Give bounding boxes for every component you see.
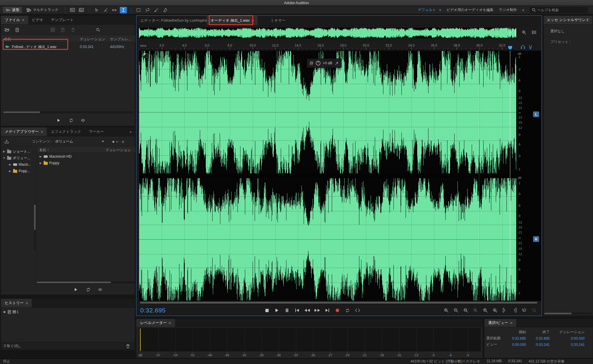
column-name[interactable]: 名前 ↑ xyxy=(39,148,49,153)
spot-healing-brush-tool-icon[interactable] xyxy=(162,7,169,13)
paintbrush-selection-tool-icon[interactable] xyxy=(153,7,160,13)
back-arrow-icon[interactable]: ◀ xyxy=(112,140,114,143)
tree-item-poppy[interactable]: ▶ Popp... xyxy=(1,168,36,174)
preview-loop-button[interactable] xyxy=(67,117,75,124)
workspace-radio[interactable]: ラジオ制作 xyxy=(499,7,517,12)
left-channel-badge[interactable]: L xyxy=(533,111,539,117)
razor-tool-icon[interactable] xyxy=(102,7,109,13)
tree-item-macintosh[interactable]: ▶ Macin... xyxy=(1,161,36,168)
preview-loop-button[interactable] xyxy=(85,286,92,293)
tab-mixer[interactable]: ミキサー xyxy=(267,16,289,25)
collapse-arrow-icon[interactable]: ▼ xyxy=(3,157,6,159)
list-item-macintosh-hd[interactable]: ▶ Macintosh HD xyxy=(37,153,135,160)
pin-icon[interactable] xyxy=(335,61,339,65)
zoom-history-button[interactable] xyxy=(532,308,537,313)
tab-level-meter[interactable]: レベルメーター ≡ xyxy=(136,319,175,327)
waveform-overview-canvas[interactable] xyxy=(139,28,516,38)
monitor-input-icon[interactable] xyxy=(527,43,534,50)
zoom-out-amplitude-button[interactable] xyxy=(492,308,498,313)
open-file-button[interactable] xyxy=(3,26,11,33)
panel-menu-icon[interactable]: ≡ xyxy=(510,321,513,325)
loop-playback-button[interactable] xyxy=(343,307,352,314)
expand-arrow-icon[interactable]: ▶ xyxy=(9,163,12,166)
import-file-button[interactable] xyxy=(13,26,21,33)
expand-arrow-icon[interactable]: ▶ xyxy=(39,162,42,165)
skip-to-end-button[interactable] xyxy=(323,307,332,314)
tree-item-shortcuts[interactable]: ▶ ショート... xyxy=(1,148,36,155)
contents-dropdown[interactable]: ボリューム xyxy=(55,139,73,144)
tab-templates[interactable]: テンプレート xyxy=(47,16,77,24)
add-button[interactable]: + xyxy=(122,139,124,144)
tab-editor-file1[interactable]: エディター: FollowtheSun by LuxInspira Artlis xyxy=(136,16,207,25)
zoom-out-time-button[interactable] xyxy=(453,308,459,313)
export-button[interactable] xyxy=(59,26,67,33)
column-name[interactable]: 名前 xyxy=(4,37,11,42)
lasso-selection-tool-icon[interactable] xyxy=(144,7,151,13)
time-selection-tool-icon[interactable] xyxy=(120,7,127,13)
view-duration[interactable]: 0:33.241 xyxy=(553,343,588,347)
selection-start[interactable]: 0:32.695 xyxy=(505,336,529,341)
fast-forward-button[interactable] xyxy=(313,307,322,314)
view-start[interactable]: 0:00.000 xyxy=(505,343,529,347)
waveform-display[interactable]: L R dB-1-3-6-9-12-15-21-∞-21-15-12-9-6-3… xyxy=(139,51,541,301)
column-duration[interactable]: デュレーション xyxy=(80,37,105,42)
tab-essential-sound[interactable]: エッセ ンシャルサウンド xyxy=(544,16,592,24)
waveform-left-channel-canvas[interactable] xyxy=(139,51,516,174)
panel-menu-icon[interactable]: ≡ xyxy=(22,18,24,22)
panel-menu-icon[interactable]: ≡ xyxy=(41,130,43,134)
gain-hud[interactable]: +0 dB xyxy=(307,58,342,68)
tab-editor-file2[interactable]: オーディオ 抽出_1.wav ≡ xyxy=(207,16,258,25)
stop-button[interactable] xyxy=(262,307,271,314)
list-item-poppy[interactable]: ▶ Poppy xyxy=(37,160,135,166)
help-search-input[interactable] xyxy=(537,8,585,12)
skip-selection-button[interactable] xyxy=(353,307,362,314)
skip-to-start-button[interactable] xyxy=(293,307,302,314)
waveform-view-button[interactable]: 波形 xyxy=(3,7,22,13)
file-list-item[interactable]: Followt...ディオ 抽出_1.wav 0:33.241 44100Hz xyxy=(1,43,135,51)
zoom-in-time-button[interactable] xyxy=(444,308,449,313)
workspace-menu-icon[interactable]: ≡ xyxy=(439,8,441,12)
time-display[interactable]: 0:32.695 xyxy=(140,307,166,314)
forward-arrow-icon[interactable]: ▶ xyxy=(117,140,119,143)
waveform-right-channel-canvas[interactable] xyxy=(139,178,516,301)
expand-arrow-icon[interactable]: ▶ xyxy=(3,150,6,153)
zoom-selection-left-button[interactable] xyxy=(502,308,508,313)
workspace-default[interactable]: デフォルト xyxy=(418,7,436,12)
workspace-video[interactable]: ビデオ用のオーディオを編集 xyxy=(447,7,494,12)
selection-duration[interactable]: 0:00.000 xyxy=(553,336,588,341)
spectral-display-icon[interactable] xyxy=(78,7,85,13)
preview-autoplay-button[interactable] xyxy=(80,117,87,124)
marquee-selection-tool-icon[interactable] xyxy=(135,7,142,13)
overview-right-handle[interactable] xyxy=(515,28,516,38)
media-hscrollbar[interactable] xyxy=(37,281,135,283)
trash-icon[interactable] xyxy=(124,343,132,350)
tab-history[interactable]: ヒストリー ≡ xyxy=(1,299,32,307)
tab-markers[interactable]: マーカー xyxy=(85,127,108,136)
waveform-edit-handle-icon[interactable] xyxy=(143,53,148,58)
play-button[interactable] xyxy=(272,307,281,314)
save-button[interactable] xyxy=(49,26,57,33)
column-samplerate[interactable]: サンプルレ... xyxy=(110,37,131,42)
timeline-ruler[interactable]: hms 2.04.06.08.010.012.014.016.018.020.0… xyxy=(139,43,516,50)
right-channel-badge[interactable]: R xyxy=(533,236,539,242)
tree-vscrollbar[interactable] xyxy=(34,203,36,250)
range-zoom-icon[interactable] xyxy=(520,29,528,36)
preview-play-button[interactable] xyxy=(72,286,80,293)
zoom-reset-button[interactable] xyxy=(522,308,527,313)
tab-media-browser[interactable]: メディアブラウザー ≡ xyxy=(1,127,47,136)
record-button[interactable] xyxy=(333,307,342,314)
tree-item-volumes[interactable]: ▼ ボリュー... xyxy=(1,155,36,161)
chevron-down-icon[interactable] xyxy=(102,141,104,142)
expand-arrow-icon[interactable]: ▶ xyxy=(9,170,12,173)
zoom-selection-right-button[interactable] xyxy=(512,308,517,313)
move-tool-icon[interactable] xyxy=(93,7,100,13)
preview-autoplay-button[interactable] xyxy=(97,286,105,293)
history-item-open[interactable]: ▶ 開く xyxy=(1,309,135,315)
overview-options-icon[interactable] xyxy=(530,29,538,36)
rewind-button[interactable] xyxy=(303,307,312,314)
slip-tool-icon[interactable] xyxy=(111,7,118,13)
column-duration[interactable]: デュレーション xyxy=(106,148,131,153)
zoom-in-amplitude-button[interactable] xyxy=(483,308,488,313)
tab-effects-rack[interactable]: エフェクトラック xyxy=(47,127,85,136)
tab-overflow[interactable]: » xyxy=(126,127,135,136)
